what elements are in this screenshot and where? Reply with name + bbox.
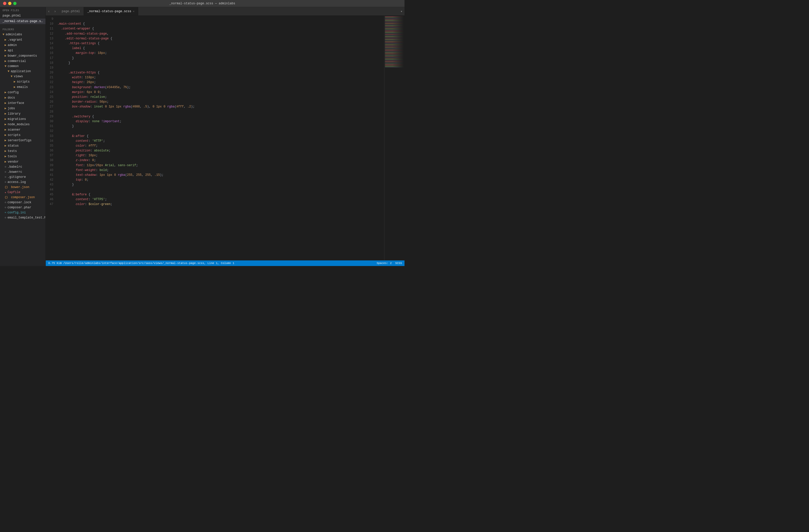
folder-migrations[interactable]: ▶migrations <box>0 116 46 122</box>
file-icon: {} <box>4 186 8 189</box>
code-line-44 <box>56 188 384 192</box>
file-config-ini[interactable]: ≈config.ini <box>0 210 46 215</box>
folder-bower-components[interactable]: ▶bower_components <box>0 53 46 58</box>
folder-icon: ▶ <box>4 106 6 110</box>
folder-icon: ▶ <box>4 43 6 47</box>
file-icon: ○ <box>4 216 6 219</box>
status-spaces[interactable]: Spaces: 2 <box>377 262 392 265</box>
status-left: 6.75 KiB /Users/rolle/adminlabs/interfac… <box>48 262 234 265</box>
code-line-38: z-index: 0; <box>56 158 384 163</box>
code-line-23: background: darken(#34495e, 7%); <box>56 85 384 90</box>
folder-icon: ▼ <box>2 33 4 36</box>
code-line-41: text-shadow: 1px 1px 0 rgba(255, 255, 25… <box>56 173 384 177</box>
code-line-34: content: 'HTTP'; <box>56 139 384 143</box>
folder-emails[interactable]: ▶emails <box>0 84 46 90</box>
folder-application[interactable]: ▼application <box>0 69 46 74</box>
tab-page-phtml[interactable]: page.phtml <box>58 7 84 16</box>
folder-icon: ▼ <box>11 75 13 78</box>
sidebar-file-page-phtml[interactable]: page.phtml <box>0 13 46 19</box>
minimap <box>384 16 404 260</box>
folder-interface[interactable]: ▶interface <box>0 100 46 106</box>
file-icon: {} <box>4 196 8 199</box>
file-bower-json[interactable]: {} bower.json <box>0 185 46 190</box>
code-line-15: label { <box>56 46 384 51</box>
file-access-log[interactable]: ○access.log <box>0 179 46 185</box>
file-gitignore[interactable]: ○.gitignore <box>0 174 46 179</box>
file-bowerrc[interactable]: ○.bowerrc <box>0 169 46 174</box>
file-babelrc[interactable]: ○.babelrc <box>0 165 46 169</box>
maximize-button[interactable] <box>13 2 17 5</box>
folder-vagrant[interactable]: ▶.vagrant <box>0 37 46 42</box>
folder-icon: ▶ <box>4 133 6 137</box>
file-composer-json[interactable]: {} composer.json <box>0 195 46 200</box>
folder-jobs[interactable]: ▶jobs <box>0 106 46 111</box>
file-icon: ○ <box>4 170 6 173</box>
code-line-39: font: 12px/26px Arial, sans-serif; <box>56 163 384 168</box>
tab-dropdown-icon[interactable]: ▾ <box>400 10 402 14</box>
folder-icon: ▶ <box>4 112 6 116</box>
window-controls[interactable] <box>3 2 17 5</box>
window-title: _normal-status-page.scss — adminlabs <box>169 2 235 5</box>
tab-nav-prev[interactable]: ‹ <box>46 7 52 16</box>
main-layout: OPEN FILES page.phtml _normal-status-pag… <box>0 7 404 266</box>
file-email-template[interactable]: ○email_template_test.html <box>0 215 46 220</box>
folder-icon: ▶ <box>4 149 6 153</box>
folder-icon: ▶ <box>4 122 6 126</box>
folder-icon: ▶ <box>4 49 6 52</box>
folder-icon: ▶ <box>14 85 16 89</box>
folder-node-modules[interactable]: ▶node_modules <box>0 122 46 127</box>
status-right: Spaces: 2 SCSS <box>377 262 402 265</box>
file-icon: ○ <box>4 201 6 204</box>
minimize-button[interactable] <box>8 2 12 5</box>
folder-icon: ▶ <box>4 117 6 121</box>
code-line-45: &:before { <box>56 192 384 197</box>
folder-library[interactable]: ▶library <box>0 111 46 116</box>
code-line-20: .activate-https { <box>56 70 384 75</box>
tab-bar: ‹ › page.phtml _normal-status-page.scss … <box>46 7 404 16</box>
folder-adminlabs[interactable]: ▼adminlabs <box>0 32 46 37</box>
folder-icon: ▶ <box>4 160 6 164</box>
tab-scss[interactable]: _normal-status-page.scss ✕ <box>84 7 138 16</box>
folder-scanner[interactable]: ▶scanner <box>0 127 46 132</box>
folder-icon: ▼ <box>4 65 6 68</box>
code-line-26: border-radius: 50px; <box>56 100 384 104</box>
code-line-14: .https-settings { <box>56 41 384 46</box>
file-composer-phar[interactable]: ○composer.phar <box>0 205 46 210</box>
folder-common[interactable]: ▼common <box>0 64 46 69</box>
folder-icon: ▶ <box>14 80 16 84</box>
code-line-29: .switchery { <box>56 114 384 119</box>
folder-icon: ▶ <box>4 54 6 58</box>
folder-vendor[interactable]: ▶vendor <box>0 159 46 165</box>
folder-tools[interactable]: ▶tools <box>0 154 46 159</box>
code-content[interactable]: .main-content { .content-wrapper { .add-… <box>56 16 384 260</box>
folder-tests[interactable]: ▶tests <box>0 148 46 154</box>
folders-section: FOLDERS ▼adminlabs ▶.vagrant ▶admin ▶api… <box>0 26 46 220</box>
folder-docs[interactable]: ▶docs <box>0 95 46 100</box>
folder-status[interactable]: ▶status <box>0 143 46 148</box>
code-line-18: } <box>56 61 384 66</box>
file-icon: ○ <box>4 166 6 169</box>
file-icon: ○ <box>4 206 6 209</box>
code-editor: 9 10 11 12 13 14 15 16 17 18 19 20 21 22… <box>46 16 404 260</box>
sidebar-file-scss[interactable]: _normal-status-page.scss <box>0 19 46 24</box>
code-line-43: } <box>56 183 384 187</box>
folder-admin[interactable]: ▶admin <box>0 42 46 48</box>
folder-config[interactable]: ▶config <box>0 90 46 95</box>
code-line-27: box-shadow: inset 0 1px 1px rgba(#000, .… <box>56 104 384 109</box>
folders-label: FOLDERS <box>0 26 46 32</box>
close-button[interactable] <box>3 2 6 5</box>
status-language[interactable]: SCSS <box>395 262 402 265</box>
tab-close-icon[interactable]: ✕ <box>133 10 135 13</box>
code-line-31: } <box>56 124 384 129</box>
folder-server-configs[interactable]: ▶serverConfigs <box>0 138 46 143</box>
folder-scripts[interactable]: ▶scripts <box>0 79 46 84</box>
tab-label: _normal-status-page.scss <box>87 10 131 13</box>
file-capfile[interactable]: ✦Capfile <box>0 190 46 195</box>
folder-commercial[interactable]: ▶commercial <box>0 58 46 64</box>
folder-scripts2[interactable]: ▶scripts <box>0 132 46 138</box>
minimap-content <box>384 16 404 260</box>
folder-views[interactable]: ▼views <box>0 74 46 79</box>
tab-nav-next[interactable]: › <box>52 7 58 16</box>
folder-api[interactable]: ▶api <box>0 48 46 53</box>
file-composer-lock[interactable]: ○composer.lock <box>0 200 46 205</box>
